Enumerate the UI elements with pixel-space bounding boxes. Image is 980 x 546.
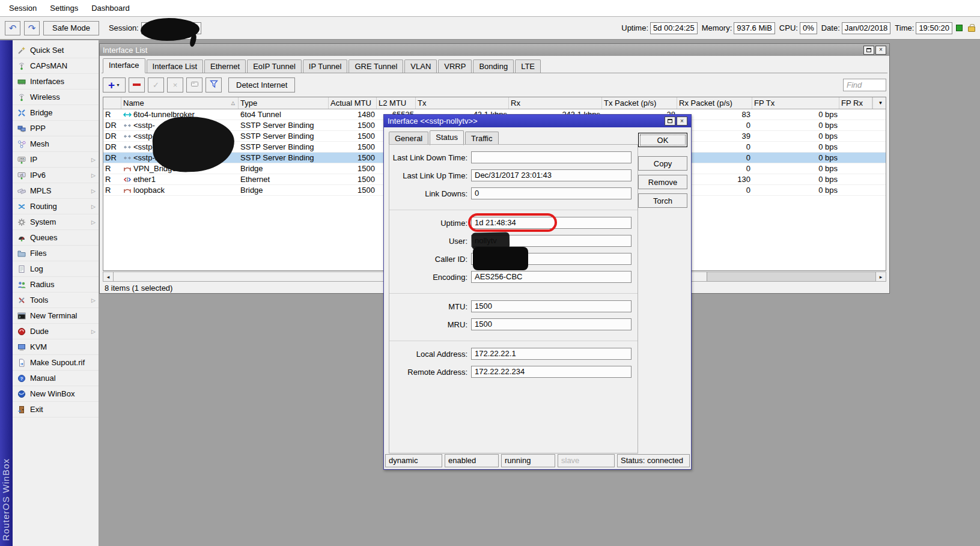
tab-eoip-tunnel[interactable]: EoIP Tunnel — [247, 59, 302, 73]
sidebar-item-interfaces[interactable]: Interfaces — [13, 74, 99, 89]
undo-button[interactable]: ↶ — [5, 21, 20, 35]
comment-button[interactable] — [186, 77, 202, 93]
column-header-type[interactable]: Type — [239, 97, 329, 109]
cell-actual_mtu: 1500 — [329, 174, 377, 184]
find-input[interactable] — [843, 79, 886, 91]
sidebar-item-queues[interactable]: Queues — [13, 230, 99, 246]
menu-settings[interactable]: Settings — [43, 1, 85, 16]
sidebar-item-new-terminal[interactable]: New Terminal — [13, 308, 99, 324]
sidebar-item-new-winbox[interactable]: New WinBox — [13, 386, 99, 402]
tab-ethernet[interactable]: Ethernet — [204, 59, 246, 73]
sidebar-item-system[interactable]: System▷ — [13, 214, 99, 230]
column-header-rx-packet-p-s[interactable]: Rx Packet (p/s) — [677, 97, 752, 109]
column-header-l2-mtu[interactable]: L2 MTU — [377, 97, 416, 109]
field-value[interactable]: 1d 21:48:34 — [471, 217, 632, 229]
column-header-tx-packet-p-s[interactable]: Tx Packet (p/s) — [602, 97, 677, 109]
dialog-titlebar[interactable]: Interface <<sstp-nollytv>> × — [384, 115, 691, 127]
field-value[interactable]: Dec/31/2017 23:01:43 — [471, 169, 632, 181]
dialog-tabs: GeneralStatusTraffic — [389, 130, 499, 145]
undo-icon: ↶ — [9, 23, 17, 32]
dialog-tab-traffic[interactable]: Traffic — [465, 132, 498, 145]
menu-dashboard[interactable]: Dashboard — [85, 1, 136, 16]
field-value[interactable]: 1500 — [471, 300, 632, 312]
sidebar-item-bridge[interactable]: Bridge — [13, 105, 99, 121]
field-value[interactable]: AES256-CBC — [471, 271, 632, 283]
sidebar-item-make-supout-rif[interactable]: Make Supout.rif — [13, 355, 99, 371]
column-label: Rx — [511, 99, 520, 108]
field-value[interactable]: 172.22.22.234 — [471, 366, 632, 378]
detect-internet-button[interactable]: Detect Internet — [228, 77, 295, 93]
dialog-tab-status[interactable]: Status — [430, 130, 464, 145]
field-label: Remote Address: — [389, 368, 467, 377]
sidebar-item-dude[interactable]: Dude▷ — [13, 324, 99, 339]
sidebar-item-ip[interactable]: 255IP▷ — [13, 152, 99, 168]
remove-button[interactable]: Remove — [638, 175, 687, 189]
field-value[interactable]: 0 — [471, 187, 632, 199]
sidebar-item-manual[interactable]: ?Manual — [13, 371, 99, 386]
torch-button[interactable]: Torch — [638, 193, 687, 208]
submenu-arrow-icon: ▷ — [91, 204, 96, 210]
tab-vrrp[interactable]: VRRP — [438, 59, 472, 73]
column-header-fp-rx[interactable]: FP Rx — [839, 97, 872, 109]
sidebar-item-mesh[interactable]: Mesh — [13, 136, 99, 152]
tab-vlan[interactable]: VLAN — [404, 59, 437, 73]
menu-session[interactable]: Session — [2, 1, 43, 16]
field-value[interactable]: 1500 — [471, 318, 632, 330]
field-value[interactable]: 172.22.22.1 — [471, 348, 632, 360]
sidebar-item-log[interactable]: Log — [13, 261, 99, 277]
dude-icon — [17, 327, 26, 336]
dialog-title: Interface <<sstp-nollytv>> — [388, 117, 663, 126]
tab-gre-tunnel[interactable]: GRE Tunnel — [348, 59, 403, 73]
disable-button[interactable]: × — [167, 77, 183, 93]
field-value[interactable] — [471, 151, 632, 163]
column-header-flags[interactable] — [103, 97, 121, 109]
sidebar-item-capsman[interactable]: CAPsMAN — [13, 58, 99, 74]
tab-interface[interactable]: Interface — [103, 58, 145, 73]
column-header-fp-tx[interactable]: FP Tx — [752, 97, 839, 109]
maximize-button[interactable] — [863, 46, 874, 55]
sidebar-item-wireless[interactable]: Wireless — [13, 89, 99, 105]
scrollbar-track[interactable] — [707, 272, 875, 281]
sidebar-item-tools[interactable]: Tools▷ — [13, 293, 99, 308]
column-header-rx[interactable]: Rx — [509, 97, 602, 109]
field-group: MTU:1500MRU:1500 — [389, 293, 638, 337]
status-flag-slave: slave — [558, 454, 615, 467]
column-header-name[interactable]: Name△ — [121, 97, 239, 109]
redo-button[interactable]: ↷ — [24, 21, 40, 35]
scroll-right-icon[interactable]: ▸ — [875, 272, 886, 281]
cell-fp_tx: 0 bps — [752, 185, 839, 195]
interface-list-titlebar[interactable]: Interface List × — [100, 44, 889, 56]
tab-interface-list[interactable]: Interface List — [147, 59, 203, 73]
sidebar-item-files[interactable]: Files — [13, 246, 99, 261]
sidebar-item-routing[interactable]: Routing▷ — [13, 199, 99, 214]
sidebar-item-mpls[interactable]: MPLS▷ — [13, 183, 99, 199]
sidebar-item-radius[interactable]: Radius — [13, 277, 99, 293]
dialog-maximize-button[interactable] — [665, 117, 675, 126]
tab-bonding[interactable]: Bonding — [473, 59, 514, 73]
enable-button[interactable]: ✓ — [148, 77, 164, 93]
interface-toolbar: +▼ ✓ × Detect Internet — [103, 76, 886, 94]
sidebar-item-quick-set[interactable]: Quick Set — [13, 43, 99, 58]
remove-button[interactable] — [129, 77, 145, 93]
column-menu-button[interactable]: ▼ — [872, 97, 886, 109]
exit-icon — [17, 405, 26, 414]
radius-icon — [17, 281, 26, 289]
scroll-left-icon[interactable]: ◂ — [103, 272, 114, 281]
tab-ip-tunnel[interactable]: IP Tunnel — [303, 59, 348, 73]
close-button[interactable]: × — [875, 46, 886, 55]
column-header-tx[interactable]: Tx — [416, 97, 509, 109]
dialog-tab-general[interactable]: General — [389, 132, 428, 145]
sidebar-item-kvm[interactable]: KVM — [13, 339, 99, 355]
column-header-actual-mtu[interactable]: Actual MTU — [329, 97, 377, 109]
tab-lte[interactable]: LTE — [515, 59, 541, 73]
filter-button[interactable] — [205, 77, 222, 93]
safe-mode-button[interactable]: Safe Mode — [43, 21, 99, 35]
copy-button[interactable]: Copy — [638, 156, 687, 171]
ok-button[interactable]: OK — [638, 133, 687, 147]
sidebar-item-ipv6[interactable]: v6IPv6▷ — [13, 168, 99, 183]
cell-fp_rx — [839, 120, 872, 130]
sidebar-item-exit[interactable]: Exit — [13, 402, 99, 417]
add-button[interactable]: +▼ — [103, 77, 126, 93]
dialog-close-button[interactable]: × — [677, 117, 687, 126]
sidebar-item-ppp[interactable]: PPP — [13, 121, 99, 136]
